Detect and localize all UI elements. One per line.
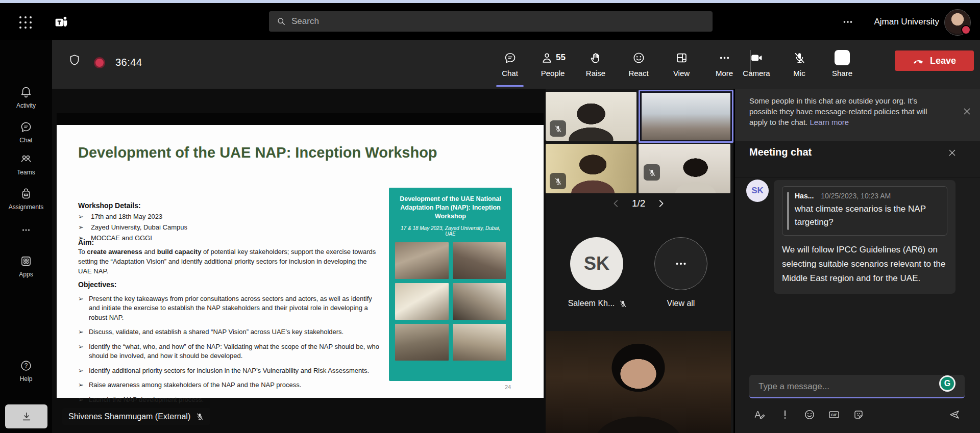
participant-video-tile[interactable] <box>546 144 636 193</box>
view-all-label: View all <box>655 298 707 309</box>
presenter-name-label: Shivenes Shammugam (External) <box>62 408 210 425</box>
leave-button[interactable]: Leave <box>895 50 974 71</box>
people-count: 55 <box>556 53 566 63</box>
priority-icon[interactable] <box>779 409 791 421</box>
close-notice-icon[interactable] <box>962 107 972 116</box>
gif-icon[interactable] <box>828 409 840 421</box>
waffle-menu-icon[interactable] <box>19 16 33 30</box>
mic-button[interactable]: Mic <box>776 44 822 88</box>
share-tray-icon <box>835 50 850 65</box>
slide-aim-text: To create awareness and build capacity o… <box>78 247 377 276</box>
security-shield-icon[interactable] <box>68 54 81 67</box>
sidebar-item-assignments[interactable]: Assignments <box>0 187 52 211</box>
sidebar-item-help[interactable]: Help <box>0 359 52 383</box>
learn-more-link[interactable]: Learn more <box>810 118 849 126</box>
more-dots-icon <box>718 51 731 65</box>
chat-message: Has... 10/25/2023, 10:23 AM what climate… <box>774 180 955 294</box>
detail-item: Zayed University, Dubai Campus <box>91 223 187 231</box>
mic-muted-icon <box>195 412 204 421</box>
sidebar-item-activity[interactable]: Activity <box>0 86 52 109</box>
page-indicator: 1/2 <box>632 198 645 209</box>
search-icon <box>276 16 286 27</box>
screen-share-stage: Development of the UAE NAP: Inception Wo… <box>52 89 546 433</box>
participant-video-tile[interactable] <box>639 144 730 193</box>
detail-item: 17th and 18th May 2023 <box>91 213 162 220</box>
participant-initials-avatar[interactable]: SK <box>570 237 623 290</box>
phone-hangup-icon <box>913 55 925 67</box>
self-video-tile[interactable] <box>546 331 731 433</box>
user-avatar[interactable] <box>944 9 971 36</box>
workshop-photo <box>395 324 449 361</box>
backpack-icon <box>19 187 33 200</box>
share-button[interactable]: Share <box>819 44 865 88</box>
sidebar-item-chat[interactable]: Chat <box>0 120 52 144</box>
close-chat-icon[interactable] <box>947 148 957 158</box>
objective-item: Discuss, validate, and establish a share… <box>89 327 344 337</box>
tab-raise[interactable]: Raise <box>574 44 617 88</box>
topbar-more-icon[interactable] <box>841 15 854 29</box>
chat-bubble-icon <box>19 120 33 134</box>
message-author-avatar[interactable]: SK <box>746 180 769 202</box>
quoted-message[interactable]: Has... 10/25/2023, 10:23 AM what climate… <box>782 186 947 236</box>
busy-status-dot <box>961 25 971 35</box>
tab-view[interactable]: View <box>660 44 703 88</box>
tab-chat[interactable]: Chat <box>488 44 531 88</box>
external-policy-notice: Some people in this chat are outside you… <box>735 89 980 141</box>
message-text: We will follow IPCC Guidelines (AR6) on … <box>782 243 947 286</box>
card-photo-grid <box>395 242 506 361</box>
recording-indicator-icon <box>94 57 105 68</box>
search-input[interactable]: Search <box>269 11 713 32</box>
composer-toolbar <box>735 407 980 422</box>
slide-cover-card: Development of the UAE National Adaptati… <box>389 188 512 381</box>
sticker-icon[interactable] <box>852 409 865 421</box>
format-icon[interactable] <box>753 409 766 421</box>
slide-aim-heading: Aim: <box>78 238 94 246</box>
participant-video-tile[interactable] <box>546 92 636 141</box>
workshop-photo <box>453 283 506 320</box>
shared-window-top-band <box>57 113 544 125</box>
teams-people-icon <box>19 152 33 166</box>
sidebar-item-teams[interactable]: Teams <box>0 152 52 176</box>
message-composer: G <box>749 375 965 398</box>
mic-muted-icon <box>619 299 627 308</box>
chat-bubble-icon <box>503 51 517 65</box>
download-app-button[interactable] <box>5 404 47 428</box>
chat-panel-title: Meeting chat <box>749 146 812 158</box>
tab-react[interactable]: React <box>617 44 660 88</box>
download-icon <box>21 411 32 422</box>
view-all-button[interactable] <box>654 237 707 290</box>
next-page-icon[interactable] <box>655 198 667 209</box>
more-dots-icon <box>673 256 689 271</box>
bell-icon <box>19 86 33 99</box>
notice-text: Some people in this chat are outside you… <box>749 95 937 128</box>
mic-muted-badge <box>550 173 566 189</box>
slide-objectives-heading: Objectives: <box>78 281 116 289</box>
slide-title: Development of the UAE NAP: Inception Wo… <box>78 144 437 161</box>
person-icon <box>540 51 554 65</box>
app-top-bar: Search Ajman University <box>0 3 980 40</box>
smiley-icon <box>632 51 646 65</box>
shared-slide: Development of the UAE NAP: Inception Wo… <box>57 125 544 398</box>
video-gallery: 1/2 SK Saleem Kh... View all <box>546 89 733 433</box>
quote-text: what climate scenarios is the NAP target… <box>795 202 941 229</box>
chat-header-divider <box>735 177 980 177</box>
grammarly-icon[interactable]: G <box>939 375 955 392</box>
message-input[interactable] <box>757 375 928 398</box>
objective-item: Raise awareness among stakeholders of th… <box>89 380 301 390</box>
emoji-icon[interactable] <box>803 409 816 421</box>
tab-people[interactable]: 55 People <box>531 44 574 88</box>
slide-details-heading: Workshop Details: <box>78 201 141 210</box>
meeting-chat-panel: Some people in this chat are outside you… <box>735 89 980 433</box>
previous-page-icon[interactable] <box>610 198 622 209</box>
camera-button[interactable]: Camera <box>733 44 779 88</box>
objective-item: Present the key takeaways from prior con… <box>89 294 382 322</box>
send-icon[interactable] <box>948 409 961 421</box>
sidebar-item-apps[interactable]: Apps <box>0 254 52 278</box>
mic-muted-badge <box>550 120 566 137</box>
left-rail: Activity Chat Teams Assignments Apps Hel… <box>0 40 52 433</box>
active-speaker-video-tile[interactable] <box>639 90 733 143</box>
search-placeholder: Search <box>291 16 319 27</box>
sidebar-more-icon[interactable] <box>0 224 52 238</box>
teams-app-window: Search Ajman University Activity Chat Te… <box>0 0 980 433</box>
help-icon <box>19 359 33 372</box>
